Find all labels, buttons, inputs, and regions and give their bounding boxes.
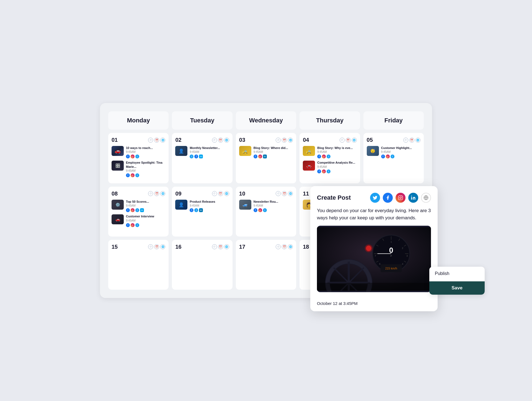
svg-text:2: 2 bbox=[402, 247, 403, 250]
post-social: f ◎ t bbox=[126, 173, 165, 177]
globe-icon: 🌐 bbox=[415, 138, 420, 143]
post-item[interactable]: Monthly Newsletter... 9:45AM t f m bbox=[175, 146, 229, 158]
globe-icon: 🌐 bbox=[160, 244, 165, 249]
post-social: f ◎ t bbox=[254, 208, 293, 212]
day-icons-03: ⏱ ⏰ 🌐 bbox=[276, 138, 293, 143]
day-number-08: 08 bbox=[112, 191, 118, 197]
clock-icon: ⏱ bbox=[403, 138, 408, 143]
post-info: Blog Story: Where did... 9:45AM f ◎ in bbox=[254, 146, 293, 158]
post-item[interactable]: 10 ways to reach... 9:45AM f ◎ t bbox=[112, 146, 165, 158]
day-cell-04[interactable]: 04 ⏱ ⏰ 🌐 Blog Story: Why is eve... 9:45A… bbox=[299, 133, 360, 183]
facebook-icon: f bbox=[126, 223, 130, 227]
publish-option[interactable]: Publish bbox=[429, 267, 485, 281]
save-button[interactable]: Save bbox=[429, 281, 485, 295]
facebook-platform-icon[interactable] bbox=[383, 193, 393, 203]
day-label-wednesday: Wednesday bbox=[249, 117, 283, 124]
instagram-platform-icon[interactable] bbox=[396, 193, 406, 203]
post-title: Top 50 Scores... bbox=[126, 200, 165, 204]
post-title: Blog Story: Why is eve... bbox=[317, 146, 357, 150]
day-header-monday: Monday bbox=[108, 111, 169, 130]
svg-text:4: 4 bbox=[402, 263, 403, 265]
day-cell-05[interactable]: 05 ⏱ ⏰ 🌐 Customer Highlight... 9:45AM f bbox=[363, 133, 424, 183]
post-title: 10 ways to reach... bbox=[126, 146, 165, 150]
time-icon: ⏰ bbox=[218, 244, 223, 249]
post-item[interactable]: Competitive Analysis Re... 9:45AM f ◎ t bbox=[303, 161, 357, 173]
twitter-icon: t bbox=[135, 155, 139, 158]
day-number-15: 15 bbox=[112, 244, 118, 250]
post-social: f ◎ t bbox=[381, 155, 420, 158]
twitter-icon: t bbox=[190, 155, 193, 158]
day-number-11: 11 bbox=[303, 191, 309, 197]
create-post-body: You depend on your car for everyday livi… bbox=[310, 207, 438, 297]
day-cell-17[interactable]: 17 ⏱ ⏰ 🌐 bbox=[236, 240, 296, 290]
post-item[interactable]: Top 50 Scores... 9:45AM f ◎ t m bbox=[112, 200, 165, 212]
day-cell-15[interactable]: 15 ⏱ ⏰ 🌐 bbox=[108, 240, 169, 290]
day-cell-08[interactable]: 08 ⏱ ⏰ 🌐 Top 50 Scores... 9:45AM f ◎ bbox=[108, 187, 169, 237]
day-icons-05: ⏱ ⏰ 🌐 bbox=[403, 138, 420, 143]
twitter-platform-icon[interactable] bbox=[370, 193, 380, 203]
day-label-tuesday: Tuesday bbox=[190, 117, 215, 124]
post-item[interactable]: Employee Spotlight: Tina Marie... 9:45AM… bbox=[112, 161, 165, 177]
day-cell-10[interactable]: 10 ⏱ ⏰ 🌐 Newsletter Rou... 9:45AM f bbox=[236, 187, 296, 237]
facebook-icon: f bbox=[254, 155, 257, 158]
globe-platform-icon[interactable] bbox=[421, 193, 431, 203]
post-item[interactable]: Newsletter Rou... 9:45AM f ◎ t bbox=[239, 200, 293, 212]
post-info: Employee Spotlight: Tina Marie... 9:45AM… bbox=[126, 161, 165, 177]
linkedin-platform-icon[interactable] bbox=[408, 193, 418, 203]
day-icons-08: ⏱ ⏰ 🌐 bbox=[148, 191, 165, 196]
post-item[interactable]: Blog Story: Why is eve... 9:45AM f ◎ t bbox=[303, 146, 357, 158]
svg-text:215 km/h: 215 km/h bbox=[385, 267, 397, 270]
day-cell-01[interactable]: 01 ⏱ ⏰ 🌐 10 ways to reach... 9:45AM f bbox=[108, 133, 169, 183]
day-cell-09[interactable]: 09 ⏱ ⏰ 🌐 Product Releases 9:45AM f t bbox=[172, 187, 232, 237]
post-item[interactable]: Customer Interview 9:45AM f ◎ t bbox=[112, 214, 165, 227]
svg-text:0: 0 bbox=[389, 246, 393, 255]
svg-text:3: 3 bbox=[406, 255, 408, 257]
day-number-01: 01 bbox=[112, 137, 118, 143]
post-info: Customer Interview 9:45AM f ◎ t bbox=[126, 214, 165, 227]
day-cell-03[interactable]: 03 ⏱ ⏰ 🌐 Blog Story: Where did... 9:45AM… bbox=[236, 133, 296, 183]
clock-icon: ⏱ bbox=[212, 138, 217, 143]
day-number-09: 09 bbox=[175, 191, 181, 197]
globe-icon: 🌐 bbox=[352, 138, 357, 143]
linkedin-icon: in bbox=[263, 155, 267, 158]
day-cell-16[interactable]: 16 ⏱ ⏰ 🌐 bbox=[172, 240, 232, 290]
post-social: f ◎ t bbox=[317, 155, 357, 158]
facebook-icon: f bbox=[317, 169, 321, 173]
facebook-icon: f bbox=[254, 208, 257, 212]
facebook-icon: f bbox=[126, 155, 130, 158]
twitter-icon: t bbox=[391, 155, 394, 158]
day-number-10: 10 bbox=[239, 191, 245, 197]
instagram-icon: ◎ bbox=[131, 155, 135, 158]
day-number-18: 18 bbox=[303, 244, 309, 250]
svg-text:P: P bbox=[391, 255, 392, 257]
post-item[interactable]: Blog Story: Where did... 9:45AM f ◎ in bbox=[239, 146, 293, 158]
post-time: 9:45AM bbox=[126, 150, 165, 153]
post-image: 1 2 3 4 5 6 7 0 P bbox=[317, 226, 431, 292]
svg-rect-0 bbox=[399, 196, 403, 200]
day-cell-02[interactable]: 02 ⏱ ⏰ 🌐 Monthly Newsletter... 9:45AM t bbox=[172, 133, 232, 183]
twitter-icon: t bbox=[194, 208, 198, 212]
twitter-icon: t bbox=[263, 208, 267, 212]
svg-point-37 bbox=[366, 246, 371, 251]
instagram-icon: ◎ bbox=[322, 169, 326, 173]
post-time: 9:45AM bbox=[190, 150, 229, 153]
day-icons-15: ⏱ ⏰ 🌐 bbox=[148, 244, 165, 249]
post-item[interactable]: Product Releases 9:45AM f t in bbox=[175, 200, 229, 212]
post-thumbnail bbox=[112, 214, 124, 224]
day-icons-01: ⏱ ⏰ 🌐 bbox=[148, 138, 165, 143]
day-icons-10: ⏱ ⏰ 🌐 bbox=[276, 191, 293, 196]
post-thumbnail bbox=[239, 200, 251, 210]
clock-icon: ⏱ bbox=[276, 138, 281, 143]
create-post-header: Create Post bbox=[310, 186, 438, 207]
post-thumbnail bbox=[303, 146, 315, 156]
svg-point-2 bbox=[401, 196, 402, 197]
post-info: Blog Story: Why is eve... 9:45AM f ◎ t bbox=[317, 146, 357, 158]
day-label-monday: Monday bbox=[127, 117, 150, 124]
post-time: 9:45AM bbox=[126, 204, 165, 207]
microsoft-icon: m bbox=[140, 208, 144, 212]
instagram-icon: ◎ bbox=[386, 155, 390, 158]
post-item[interactable]: Customer Highlight... 9:45AM f ◎ t bbox=[367, 146, 420, 158]
globe-icon: 🌐 bbox=[288, 191, 293, 196]
day-header-friday: Friday bbox=[363, 111, 424, 130]
post-thumbnail bbox=[175, 146, 187, 156]
